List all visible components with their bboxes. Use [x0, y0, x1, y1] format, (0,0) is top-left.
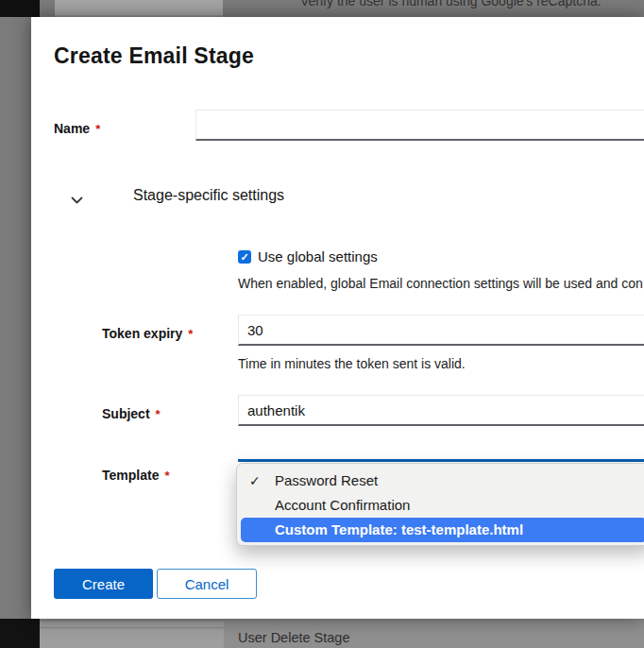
background-table-cell [55, 0, 223, 17]
name-input[interactable] [195, 110, 644, 141]
required-asterisk: * [164, 469, 169, 483]
token-expiry-label: Token expiry* [102, 326, 193, 341]
check-icon: ✓ [249, 469, 261, 493]
backdrop-bottom: User Delete Stage [0, 619, 644, 648]
dropdown-option-password-reset[interactable]: ✓ Password Reset [237, 469, 644, 493]
sidebar [0, 619, 40, 648]
background-table-cell: User Delete Stage [224, 622, 644, 648]
create-button[interactable]: Create [54, 569, 153, 599]
template-dropdown-menu: ✓ Password Reset Account Confirmation Cu… [236, 463, 644, 546]
subject-input[interactable] [238, 395, 644, 426]
screen: Verify the user is human using Google's … [0, 0, 644, 648]
cancel-button[interactable]: Cancel [157, 569, 257, 599]
chevron-down-icon [71, 192, 83, 209]
stage-specific-settings-label: Stage-specific settings [133, 187, 284, 204]
background-table-cell [40, 622, 224, 648]
required-asterisk: * [156, 407, 161, 421]
stage-specific-settings-toggle[interactable]: Stage-specific settings [63, 183, 309, 212]
dropdown-option-custom-template[interactable]: Custom Template: test-template.html [241, 518, 644, 542]
template-label: Template* [102, 468, 170, 483]
use-global-settings-checkbox[interactable]: ✓ [238, 250, 251, 264]
use-global-settings-help: When enabled, global Email connection se… [238, 276, 644, 291]
required-asterisk: * [95, 122, 100, 136]
table-row-divider [40, 627, 224, 628]
required-asterisk: * [188, 327, 193, 341]
sidebar [0, 0, 40, 17]
modal-title: Create Email Stage [54, 43, 254, 69]
token-expiry-help: Time in minutes the token sent is valid. [238, 356, 644, 371]
dropdown-option-account-confirmation[interactable]: Account Confirmation [237, 493, 644, 518]
template-select[interactable] [238, 459, 644, 462]
backdrop-top: Verify the user is human using Google's … [0, 0, 644, 17]
subject-label: Subject* [102, 406, 161, 421]
background-stage-name: User Delete Stage [238, 630, 349, 645]
use-global-settings-label: Use global settings [258, 248, 378, 264]
name-label: Name* [54, 121, 100, 136]
token-expiry-input[interactable] [238, 315, 644, 346]
create-email-stage-modal: Create Email Stage Name* Stage-specific … [31, 17, 644, 619]
background-stage-description: Verify the user is human using Google's … [300, 0, 602, 9]
